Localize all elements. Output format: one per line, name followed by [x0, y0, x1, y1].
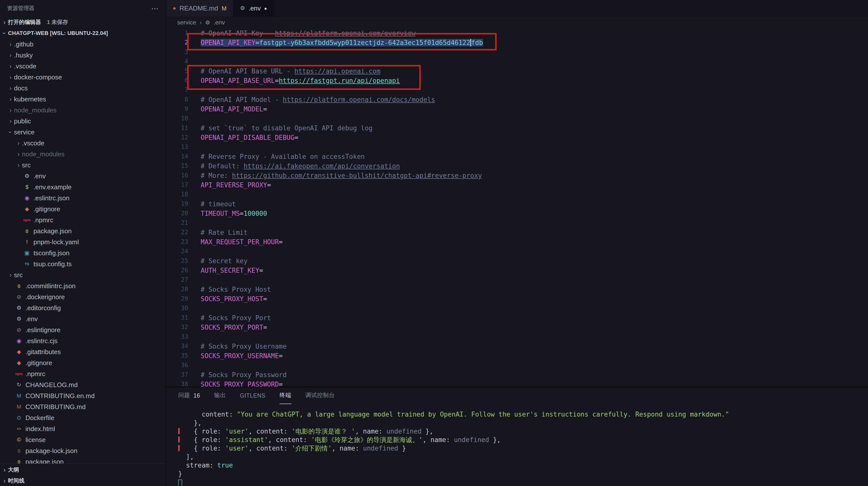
code-line[interactable]: 36 — [166, 361, 868, 370]
terminal-line: content: "You are ChatGPT, a large langu… — [178, 410, 868, 419]
open-editors-section[interactable]: › 打开的编辑器 1 未保存 — [0, 17, 166, 27]
tree-file-Dockerfile[interactable]: ⊙Dockerfile — [0, 412, 166, 423]
line-number: 23 — [166, 237, 188, 247]
terminal-line: stream: true — [178, 461, 868, 469]
code-line[interactable]: 4 — [166, 57, 868, 66]
tree-file-pnpm-lock.yaml[interactable]: !pnpm-lock.yaml — [0, 236, 166, 247]
breadcrumb[interactable]: service › ⚙ .env — [166, 17, 868, 28]
code-line[interactable]: 37# Socks Proxy Password — [166, 370, 868, 380]
panel-tab-输出[interactable]: 输出 — [214, 387, 226, 404]
tree-file-.env[interactable]: ⚙.env — [0, 170, 166, 181]
code-line[interactable]: 11# set `true` to disable OpenAI API deb… — [166, 123, 868, 133]
code-line[interactable]: 1# OpenAI API Key - https://platform.ope… — [166, 28, 868, 38]
code-line[interactable]: 12OPENAI_API_DISABLE_DEBUG= — [166, 133, 868, 142]
tree-file-tsconfig.json[interactable]: ▣tsconfig.json — [0, 247, 166, 258]
code-line[interactable]: 19# timeout — [166, 199, 868, 209]
code-line[interactable]: 10 — [166, 114, 868, 123]
tab-.env[interactable]: ⚙.env● — [234, 0, 274, 17]
code-line[interactable]: 33 — [166, 332, 868, 342]
code-line[interactable]: 9OPENAI_API_MODEL= — [166, 105, 868, 114]
tree-file-CHANGELOG.md[interactable]: ↻CHANGELOG.md — [0, 379, 166, 390]
tree-folder-src[interactable]: ›src — [0, 269, 166, 280]
code-line[interactable]: 20TIMEOUT_MS=100000 — [166, 209, 868, 218]
tree-file-.dockerignore[interactable]: ⊘.dockerignore — [0, 291, 166, 302]
code-line[interactable]: 32SOCKS_PROXY_PORT= — [166, 323, 868, 332]
tree-file-.gitignore[interactable]: ◆.gitignore — [0, 357, 166, 368]
code-line[interactable]: 8# OpenAI API Model - https://platform.o… — [166, 95, 868, 105]
code-line[interactable]: 15# Default: https://ai.fakeopen.com/api… — [166, 161, 868, 171]
tree-file-.editorconfig[interactable]: ⚙.editorconfig — [0, 302, 166, 313]
tree-file-.gitattributes[interactable]: ◆.gitattributes — [0, 346, 166, 357]
tree-folder-docker-compose[interactable]: ›docker-compose — [0, 72, 166, 82]
tree-item-label: .gitignore — [33, 205, 60, 212]
code-line[interactable]: 13 — [166, 142, 868, 152]
code-line[interactable]: 24 — [166, 247, 868, 256]
workspace-root-section[interactable]: › CHATGPT-WEB [WSL: UBUNTU-22.04] — [0, 27, 166, 38]
code-line[interactable]: 27 — [166, 275, 868, 285]
code-line[interactable]: 22# Rate Limit — [166, 228, 868, 237]
tree-folder-docs[interactable]: ›docs — [0, 82, 166, 93]
tree-file-tsup.config.ts[interactable]: TStsup.config.ts — [0, 258, 166, 269]
tree-file-.commitlintrc.json[interactable]: {}.commitlintrc.json — [0, 280, 166, 291]
breadcrumb-file[interactable]: .env — [214, 19, 225, 26]
code-line[interactable]: 21 — [166, 218, 868, 228]
code-line[interactable]: 28# Socks Proxy Host — [166, 285, 868, 294]
tree-file-.gitignore[interactable]: ◆.gitignore — [0, 203, 166, 214]
code-line[interactable]: 23MAX_REQUEST_PER_HOUR= — [166, 237, 868, 247]
tree-file-.eslintrc.json[interactable]: ◉.eslintrc.json — [0, 192, 166, 203]
code-line[interactable]: 2OPENAI_API_KEY=fastgpt-y6b3axfbdd5wyp01… — [166, 38, 868, 48]
outline-section[interactable]: › 大纲 — [0, 464, 166, 475]
code-line[interactable]: 26AUTH_SECRET_KEY= — [166, 266, 868, 275]
tree-folder-.vscode[interactable]: ›.vscode — [0, 137, 166, 148]
panel-tab-GITLENS[interactable]: GITLENS — [240, 387, 266, 404]
more-actions-icon[interactable]: ⋯ — [151, 4, 159, 13]
code-line[interactable]: 35SOCKS_PROXY_USERNAME= — [166, 351, 868, 361]
tree-file-.npmrc[interactable]: npm.npmrc — [0, 368, 166, 379]
tab-README.md[interactable]: ●README.mdM — [166, 0, 234, 17]
code-line[interactable]: 7 — [166, 85, 868, 95]
panel-tab-调试控制台[interactable]: 调试控制台 — [305, 387, 335, 404]
code-line[interactable]: 17API_REVERSE_PROXY= — [166, 180, 868, 190]
code-line[interactable]: 5# OpenAI API Base URL - https://api.ope… — [166, 66, 868, 76]
tree-folder-service[interactable]: ›service — [0, 126, 166, 137]
tree-file-package.json[interactable]: {}package.json — [0, 225, 166, 236]
tree-folder-src[interactable]: ›src — [0, 159, 166, 170]
code-line[interactable]: 3 — [166, 48, 868, 57]
timeline-section[interactable]: › 时间线 — [0, 475, 166, 486]
code-line[interactable]: 31# Socks Proxy Port — [166, 313, 868, 323]
tree-folder-kubernetes[interactable]: ›kubernetes — [0, 93, 166, 105]
tree-file-CONTRIBUTING.en.md[interactable]: MCONTRIBUTING.en.md — [0, 390, 166, 401]
tree-item-label: node_modules — [22, 150, 65, 158]
code-line[interactable]: 18 — [166, 190, 868, 199]
tree-file-package.json[interactable]: {}package.json — [0, 456, 166, 463]
tree-file-license[interactable]: ©license — [0, 434, 166, 445]
tree-folder-public[interactable]: ›public — [0, 115, 166, 126]
panel-tab-终端[interactable]: 终端 — [280, 387, 291, 404]
tree-file-.eslintrc.cjs[interactable]: ◉.eslintrc.cjs — [0, 335, 166, 346]
code-line[interactable]: 25# Secret key — [166, 256, 868, 266]
line-content: # Socks Proxy Password — [200, 370, 286, 380]
code-line[interactable]: 6OPENAI_API_BASE_URL=https://fastgpt.run… — [166, 76, 868, 85]
tree-file-CONTRIBUTING.md[interactable]: MCONTRIBUTING.md — [0, 401, 166, 412]
terminal-output[interactable]: content: "You are ChatGPT, a large langu… — [166, 404, 868, 486]
tree-folder-.husky[interactable]: ›.husky — [0, 50, 166, 60]
tree-folder-.github[interactable]: ›.github — [0, 38, 166, 50]
tree-folder-node_modules[interactable]: ›node_modules — [0, 105, 166, 115]
tree-folder-.vscode[interactable]: ›.vscode — [0, 60, 166, 72]
tree-file-index.html[interactable]: <>index.html — [0, 423, 166, 434]
panel-tab-问题[interactable]: 问题16 — [178, 387, 200, 404]
code-line[interactable]: 16# More: https://github.com/transitive-… — [166, 171, 868, 180]
tree-file-.eslintignore[interactable]: ⊘.eslintignore — [0, 324, 166, 335]
breadcrumb-folder[interactable]: service — [177, 19, 196, 26]
code-line[interactable]: 30 — [166, 304, 868, 313]
code-area[interactable]: 1# OpenAI API Key - https://platform.ope… — [166, 28, 868, 387]
tree-file-.env[interactable]: ⚙.env — [0, 313, 166, 324]
tree-file-package-lock.json[interactable]: {}package-lock.json — [0, 445, 166, 456]
code-line[interactable]: 29SOCKS_PROXY_HOST= — [166, 294, 868, 304]
code-line[interactable]: 34# Socks Proxy Username — [166, 342, 868, 351]
tree-file-.env.example[interactable]: $.env.example — [0, 181, 166, 192]
code-line[interactable]: 38SOCKS_PROXY_PASSWORD= — [166, 380, 868, 387]
tree-folder-node_modules[interactable]: ›node_modules — [0, 148, 166, 159]
code-line[interactable]: 14# Reverse Proxy - Available on accessT… — [166, 152, 868, 161]
tree-file-.npmrc[interactable]: npm.npmrc — [0, 214, 166, 225]
